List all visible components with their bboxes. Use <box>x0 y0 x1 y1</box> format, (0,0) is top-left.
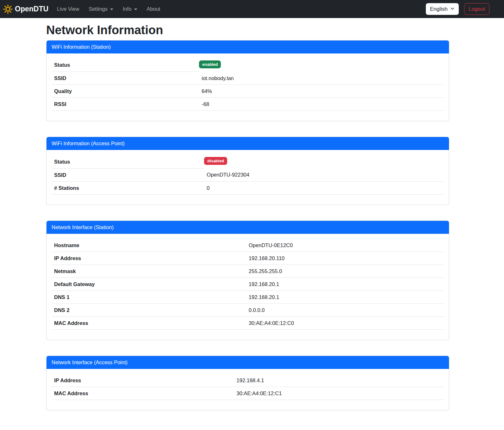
nav-item-label: About <box>147 6 160 12</box>
table-row: DNS 2 0.0.0.0 <box>52 303 444 316</box>
row-label: Quality <box>52 85 199 98</box>
table-row: DNS 1 192.168.20.1 <box>52 290 444 303</box>
row-label: Hostname <box>52 239 246 252</box>
table-row: RSSI -68 <box>52 98 444 111</box>
language-select-value: English <box>430 6 448 12</box>
chevron-down-icon <box>110 9 113 10</box>
row-label: RSSI <box>52 98 199 111</box>
main-content: Network Information WiFi Information (St… <box>46 18 449 410</box>
row-label: DNS 2 <box>52 303 246 316</box>
row-value: 30:AE:A4:0E:12:C1 <box>234 387 444 400</box>
row-label: MAC Address <box>52 316 246 329</box>
chevron-down-icon <box>450 6 455 12</box>
row-value: 0.0.0.0 <box>246 303 444 316</box>
nav-item-label: Settings <box>89 6 108 12</box>
row-label: Default Gateway <box>52 277 246 290</box>
row-value: 64% <box>199 85 444 98</box>
row-label: MAC Address <box>52 387 234 400</box>
navbar: OpenDTU Live View Settings Info About En… <box>0 0 504 18</box>
table-row: IP Address 192.168.4.1 <box>52 374 444 387</box>
row-value: 192.168.20.110 <box>246 252 444 265</box>
status-badge: enabled <box>199 60 221 68</box>
card-wifi-information-station-: WiFi Information (Station) Status enable… <box>46 40 449 122</box>
sun-icon <box>3 4 13 14</box>
row-value: enabled <box>199 59 444 72</box>
page-title: Network Information <box>46 23 449 38</box>
language-select[interactable]: English <box>426 3 459 15</box>
table-row: Quality 64% <box>52 85 444 98</box>
card-body: IP Address 192.168.4.1 MAC Address 30:AE… <box>47 369 449 410</box>
cards-root: WiFi Information (Station) Status enable… <box>46 40 449 410</box>
card-wifi-information-access-point-: WiFi Information (Access Point) Status d… <box>46 137 449 205</box>
row-label: Status <box>52 59 199 72</box>
nav-item-info[interactable]: Info <box>118 3 142 15</box>
row-label: Netmask <box>52 265 246 277</box>
table-row: Hostname OpenDTU-0E12C0 <box>52 239 444 252</box>
row-value: 192.168.4.1 <box>234 374 444 387</box>
row-label: DNS 1 <box>52 290 246 303</box>
card-network-interface-station-: Network Interface (Station) Hostname Ope… <box>46 221 449 340</box>
row-label: Status <box>52 155 204 168</box>
card-header-title: WiFi Information (Access Point) <box>47 137 449 150</box>
table-row: SSID iot.nobody.lan <box>52 72 444 85</box>
table-row: MAC Address 30:AE:A4:0E:12:C1 <box>52 387 444 400</box>
row-value: OpenDTU-922304 <box>204 168 444 181</box>
table-row: IP Address 192.168.20.110 <box>52 252 444 265</box>
status-badge: disabled <box>204 157 227 165</box>
nav-item-label: Live View <box>57 6 79 12</box>
table-row: SSID OpenDTU-922304 <box>52 168 444 181</box>
nav-item-settings[interactable]: Settings <box>84 3 118 15</box>
row-value: 192.168.20.1 <box>246 277 444 290</box>
card-header-title: Network Interface (Station) <box>47 221 449 234</box>
nav-item-label: Info <box>123 6 132 12</box>
row-value: 192.168.20.1 <box>246 290 444 303</box>
table-row: MAC Address 30:AE:A4:0E:12:C0 <box>52 316 444 329</box>
nav-item-live-view[interactable]: Live View <box>52 3 84 15</box>
navbar-right: English Logout <box>426 3 489 15</box>
card-network-interface-access-point-: Network Interface (Access Point) IP Addr… <box>46 356 449 410</box>
row-value: disabled <box>204 155 444 168</box>
chevron-down-icon <box>134 9 137 10</box>
row-label: IP Address <box>52 252 246 265</box>
info-table: IP Address 192.168.4.1 MAC Address 30:AE… <box>52 374 444 400</box>
row-label: # Stations <box>52 181 204 194</box>
row-value: OpenDTU-0E12C0 <box>246 239 444 252</box>
card-body: Status enabled SSID iot.nobody.lan Quali… <box>47 53 449 121</box>
card-body: Hostname OpenDTU-0E12C0 IP Address 192.1… <box>47 234 449 340</box>
card-body: Status disabled SSID OpenDTU-922304 # St… <box>47 150 449 205</box>
table-row: Status enabled <box>52 59 444 72</box>
brand-link[interactable]: OpenDTU <box>3 4 48 14</box>
row-value: -68 <box>199 98 444 111</box>
row-value: 255.255.255.0 <box>246 265 444 277</box>
nav-links: Live View Settings Info About <box>52 3 165 15</box>
row-value: iot.nobody.lan <box>199 72 444 85</box>
card-header-title: Network Interface (Access Point) <box>47 356 449 369</box>
info-table: Status enabled SSID iot.nobody.lan Quali… <box>52 59 444 111</box>
nav-item-about[interactable]: About <box>142 3 165 15</box>
table-row: # Stations 0 <box>52 181 444 194</box>
table-row: Netmask 255.255.255.0 <box>52 265 444 277</box>
row-label: IP Address <box>52 374 234 387</box>
table-row: Default Gateway 192.168.20.1 <box>52 277 444 290</box>
card-header-title: WiFi Information (Station) <box>47 41 449 53</box>
row-value: 30:AE:A4:0E:12:C0 <box>246 316 444 329</box>
row-value: 0 <box>204 181 444 194</box>
row-label: SSID <box>52 72 199 85</box>
info-table: Hostname OpenDTU-0E12C0 IP Address 192.1… <box>52 239 444 330</box>
row-label: SSID <box>52 168 204 181</box>
info-table: Status disabled SSID OpenDTU-922304 # St… <box>52 155 444 195</box>
logout-button[interactable]: Logout <box>464 3 489 15</box>
table-row: Status disabled <box>52 155 444 168</box>
brand-label: OpenDTU <box>15 5 48 13</box>
